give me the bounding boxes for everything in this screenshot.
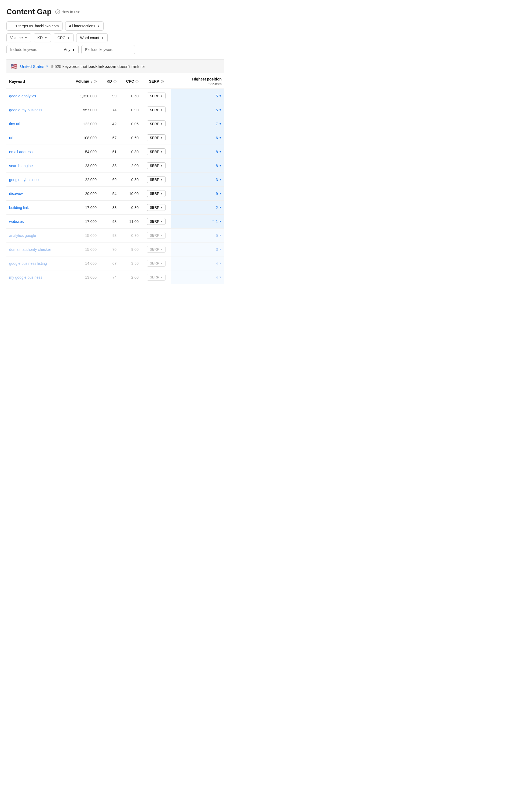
- keyword-link[interactable]: googlemybusiness: [9, 178, 40, 182]
- position-cell: 2▼: [171, 201, 224, 215]
- exclude-keyword-input[interactable]: [81, 45, 135, 54]
- keyword-link[interactable]: my google business: [9, 275, 42, 279]
- keyword-link[interactable]: disavow: [9, 191, 23, 196]
- table-row: domain authority checker15,000709.00SERP…: [6, 243, 224, 257]
- serp-button[interactable]: SERP ▼: [147, 190, 166, 197]
- position-cell: 8▼: [171, 145, 224, 159]
- position-link[interactable]: 4: [216, 275, 218, 279]
- serp-button[interactable]: SERP ▼: [147, 246, 166, 253]
- serp-cell: SERP ▼: [141, 257, 171, 271]
- keyword-link[interactable]: analytics google: [9, 233, 36, 238]
- serp-button[interactable]: SERP ▼: [147, 232, 166, 239]
- volume-cell: 13,000: [66, 271, 100, 284]
- serp-button[interactable]: SERP ▼: [147, 218, 166, 225]
- serp-cell: SERP ▼: [141, 187, 171, 201]
- serp-chevron-icon: ▼: [160, 192, 163, 195]
- serp-chevron-icon: ▼: [160, 262, 163, 265]
- keyword-cell: my google business: [6, 271, 66, 284]
- serp-label: SERP: [150, 275, 159, 279]
- position-link[interactable]: 8: [216, 164, 218, 168]
- keyword-link[interactable]: tiny url: [9, 122, 20, 126]
- th-serp: SERP ⓘ: [141, 73, 171, 89]
- position-chevron-icon: ▼: [219, 95, 221, 97]
- serp-button[interactable]: SERP ▼: [147, 204, 166, 211]
- include-keyword-input[interactable]: [7, 45, 61, 54]
- keyword-link[interactable]: building link: [9, 205, 29, 210]
- serp-label: SERP: [150, 233, 159, 237]
- serp-button[interactable]: SERP ▼: [147, 162, 166, 169]
- position-cell: 6▼: [171, 131, 224, 145]
- serp-chevron-icon: ▼: [160, 206, 163, 209]
- volume-cell: 14,000: [66, 257, 100, 271]
- serp-chevron-icon: ▼: [160, 108, 163, 111]
- position-cell: 3▼: [171, 173, 224, 187]
- position-link[interactable]: 4: [216, 261, 218, 265]
- cpc-cell: 0.50: [119, 89, 141, 103]
- location-desc-prefix: 9,525 keywords that: [51, 64, 88, 69]
- volume-cell: 557,000: [66, 103, 100, 117]
- cpc-cell: 3.50: [119, 257, 141, 271]
- th-cpc-label: CPC: [126, 79, 134, 84]
- cpc-cell: 11.00: [119, 215, 141, 229]
- keyword-cell: google analytics: [6, 89, 66, 103]
- position-link[interactable]: 5: [216, 108, 218, 112]
- how-to-use-link[interactable]: ? How to use: [55, 10, 80, 14]
- serp-button[interactable]: SERP ▼: [147, 120, 166, 127]
- keyword-link[interactable]: google business listing: [9, 261, 47, 265]
- position-link[interactable]: 6: [216, 136, 218, 140]
- cpc-cell: 10.00: [119, 187, 141, 201]
- word-count-filter-btn[interactable]: Word count ▼: [76, 33, 107, 42]
- volume-filter-btn[interactable]: Volume ▼: [6, 33, 31, 42]
- any-dropdown[interactable]: Any ▼: [61, 45, 78, 54]
- intersections-dropdown[interactable]: All intersections ▼: [65, 21, 103, 31]
- serp-button[interactable]: SERP ▼: [147, 106, 166, 113]
- serp-button[interactable]: SERP ▼: [147, 176, 166, 183]
- position-chevron-icon: ▼: [219, 136, 221, 139]
- serp-button[interactable]: SERP ▼: [147, 92, 166, 99]
- kd-filter-btn[interactable]: KD ▼: [34, 33, 51, 42]
- table-row: building link17,000330.30SERP ▼2▼: [6, 201, 224, 215]
- position-chevron-icon: ▼: [219, 234, 221, 237]
- position-chevron-icon: ▼: [219, 206, 221, 209]
- position-link[interactable]: 5: [216, 233, 218, 238]
- target-label: 1 target vs. backlinko.com: [15, 24, 59, 28]
- volume-cell: 20,000: [66, 187, 100, 201]
- position-link[interactable]: 8: [216, 150, 218, 154]
- position-link[interactable]: 3: [216, 247, 218, 252]
- table-row: search engine23,000882.00SERP ▼8▼: [6, 159, 224, 173]
- kd-cell: 93: [99, 229, 119, 243]
- serp-button[interactable]: SERP ▼: [147, 274, 166, 280]
- quote-icon: ❝: [212, 219, 215, 224]
- table-wrapper: Keyword Volume ↓ ⓘ KD ⓘ CPC ⓘ: [6, 73, 224, 284]
- position-link[interactable]: 7: [216, 122, 218, 126]
- serp-cell: SERP ▼: [141, 103, 171, 117]
- serp-label: SERP: [150, 122, 159, 126]
- position-link[interactable]: 9: [216, 191, 218, 196]
- position-cell: 7▼: [171, 117, 224, 131]
- cpc-filter-btn[interactable]: CPC ▼: [54, 33, 73, 42]
- position-link[interactable]: 2: [216, 205, 218, 210]
- keyword-link[interactable]: websites: [9, 219, 24, 224]
- keyword-link[interactable]: email address: [9, 150, 32, 154]
- keyword-link[interactable]: search engine: [9, 164, 33, 168]
- target-dropdown[interactable]: ☰ 1 target vs. backlinko.com: [6, 21, 62, 31]
- position-link[interactable]: 3: [216, 178, 218, 182]
- serp-button[interactable]: SERP ▼: [147, 148, 166, 155]
- keyword-link[interactable]: google analytics: [9, 94, 36, 98]
- th-serp-label: SERP: [149, 79, 159, 84]
- volume-cell: 23,000: [66, 159, 100, 173]
- volume-sort-icon[interactable]: ↓: [91, 80, 92, 83]
- position-link[interactable]: 5: [216, 94, 218, 98]
- keyword-link[interactable]: domain authority checker: [9, 247, 51, 252]
- keyword-link[interactable]: url: [9, 136, 13, 140]
- cpc-chevron-icon: ▼: [67, 37, 70, 40]
- position-cell: 5▼: [171, 103, 224, 117]
- location-dropdown[interactable]: United States ▼: [20, 64, 48, 69]
- location-name: United States: [20, 64, 44, 69]
- position-chevron-icon: ▼: [219, 150, 221, 153]
- controls-row-2: Volume ▼ KD ▼ CPC ▼ Word count ▼: [6, 33, 224, 42]
- position-link[interactable]: 1: [216, 219, 218, 224]
- keyword-link[interactable]: google my business: [9, 108, 42, 112]
- serp-button[interactable]: SERP ▼: [147, 260, 166, 267]
- serp-button[interactable]: SERP ▼: [147, 134, 166, 141]
